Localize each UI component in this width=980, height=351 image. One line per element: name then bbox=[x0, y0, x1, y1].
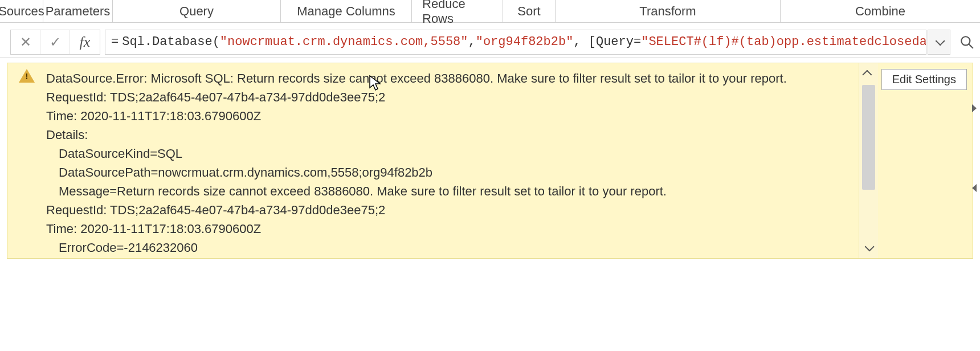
formula-str2: "org94f82b2b" bbox=[476, 35, 574, 49]
collapse-left-button[interactable] bbox=[969, 68, 980, 148]
svg-line-1 bbox=[969, 44, 973, 48]
svg-point-0 bbox=[961, 36, 970, 45]
formula-expand-button[interactable] bbox=[928, 30, 950, 55]
formula-open: ( bbox=[213, 35, 220, 49]
error-line-7: Message=Return records size cannot excee… bbox=[46, 182, 856, 201]
scroll-thumb[interactable] bbox=[862, 85, 875, 190]
formula-sep1: , bbox=[468, 35, 476, 49]
error-line-6: DataSourcePath=nowcrmuat.crm.dynamics.co… bbox=[46, 163, 856, 182]
formula-sep2: , [ bbox=[573, 35, 596, 49]
ribbon-group-transform[interactable]: Transform bbox=[556, 0, 781, 22]
formula-bar-controls: ✕ ✓ fx bbox=[10, 30, 100, 55]
scroll-down-button[interactable] bbox=[859, 238, 878, 258]
error-line-3: Time: 2020-11-11T17:18:03.6790600Z bbox=[46, 107, 856, 125]
arrow-left-icon bbox=[972, 184, 977, 192]
formula-param: Query= bbox=[596, 35, 641, 49]
formula-fn: Sql.Database bbox=[122, 35, 212, 49]
accept-button[interactable]: ✓ bbox=[40, 30, 70, 54]
search-icon bbox=[959, 35, 974, 50]
scroll-up-button[interactable] bbox=[859, 63, 878, 84]
equals-sign: = bbox=[111, 35, 119, 49]
side-collapse-arrows bbox=[969, 68, 980, 228]
error-line-2: RequestId: TDS;2a2af645-4e07-47b4-a734-9… bbox=[46, 88, 856, 107]
formula-str1: "nowcrmuat.crm.dynamics.com,5558" bbox=[220, 35, 468, 49]
error-icon-column bbox=[7, 63, 46, 258]
error-line-4: Details: bbox=[46, 125, 856, 144]
fx-button[interactable]: fx bbox=[70, 30, 100, 54]
cancel-button[interactable]: ✕ bbox=[11, 30, 40, 54]
search-button[interactable] bbox=[954, 30, 980, 55]
formula-bar: ✕ ✓ fx = Sql.Database ( "nowcrmuat.crm.d… bbox=[0, 26, 980, 58]
warning-icon bbox=[19, 69, 35, 83]
chevron-down-icon bbox=[936, 36, 945, 46]
ribbon-group-query[interactable]: Query bbox=[113, 0, 281, 22]
error-line-8: RequestId: TDS;2a2af645-4e07-47b4-a734-9… bbox=[46, 201, 856, 219]
error-line-1: DataSource.Error: Microsoft SQL: Return … bbox=[46, 69, 856, 88]
arrow-right-icon bbox=[972, 104, 977, 112]
ribbon-group-combine[interactable]: Combine bbox=[781, 0, 980, 22]
edit-settings-button[interactable]: Edit Settings bbox=[881, 69, 967, 90]
ribbon-group-reduce-rows[interactable]: Reduce Rows bbox=[412, 0, 503, 22]
ribbon-group-sources[interactable]: Sources bbox=[0, 0, 43, 22]
ribbon-group-manage-columns[interactable]: Manage Columns bbox=[281, 0, 412, 22]
ribbon-group-parameters[interactable]: Parameters bbox=[43, 0, 113, 22]
error-scrollbar[interactable] bbox=[859, 63, 878, 258]
formula-input[interactable]: = Sql.Database ( "nowcrmuat.crm.dynamics… bbox=[105, 30, 926, 55]
ribbon: Sources Parameters Query Manage Columns … bbox=[0, 0, 980, 23]
error-line-5: DataSourceKind=SQL bbox=[46, 144, 856, 163]
error-panel: DataSource.Error: Microsoft SQL: Return … bbox=[7, 63, 973, 259]
error-line-10: ErrorCode=-2146232060 bbox=[46, 238, 856, 257]
chevron-down-icon bbox=[865, 242, 875, 251]
collapse-right-button[interactable] bbox=[969, 148, 980, 228]
error-message: DataSource.Error: Microsoft SQL: Return … bbox=[46, 63, 859, 258]
error-line-9: Time: 2020-11-11T17:18:03.6790600Z bbox=[46, 219, 856, 238]
formula-str3: "SELECT#(lf)#(tab)opp.estimatedclosedate bbox=[641, 35, 926, 49]
ribbon-group-sort[interactable]: Sort bbox=[503, 0, 556, 22]
chevron-up-icon bbox=[863, 70, 872, 80]
